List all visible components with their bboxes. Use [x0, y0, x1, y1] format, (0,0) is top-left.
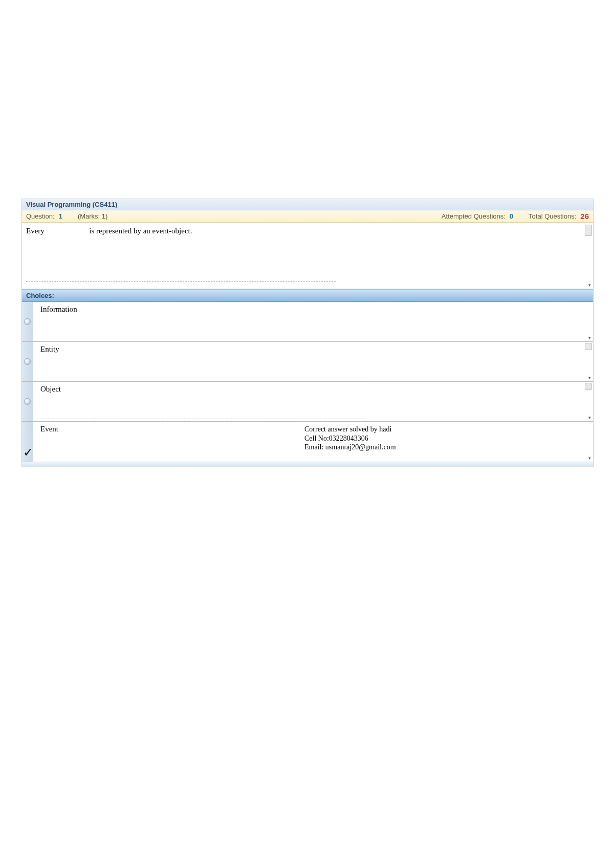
bottom-bar	[22, 462, 593, 467]
attempted-label: Attempted Questions:	[442, 212, 506, 220]
choices-header-label: Choices:	[26, 292, 54, 299]
choice-label: Information	[40, 305, 589, 314]
scroll-down-icon[interactable]: ▾	[587, 375, 592, 380]
scroll-down-icon[interactable]: ▾	[587, 415, 592, 420]
scroll-down-icon[interactable]: ▾	[587, 283, 592, 288]
scrollbar-thumb[interactable]	[585, 343, 592, 350]
attempted-value: 0	[510, 212, 513, 220]
answer-credit: Correct answer solved by hadi	[304, 425, 396, 434]
radio-icon[interactable]	[24, 398, 31, 405]
info-bar: Question: 1 (Marks: 1) Attempted Questio…	[22, 210, 593, 223]
choice-label: Entity	[40, 345, 589, 354]
choice-row[interactable]: Information ▾	[22, 302, 593, 342]
radio-column[interactable]: ✓	[22, 422, 33, 462]
question-text: Every is represented by an event-object.	[26, 227, 589, 235]
radio-column[interactable]	[22, 302, 33, 341]
quiz-window: Visual Programming (CS411) Question: 1 (…	[21, 199, 594, 467]
choice-row[interactable]: Object ▾	[22, 382, 593, 422]
course-title: Visual Programming (CS411)	[26, 201, 117, 208]
choice-body: Entity ▾	[33, 342, 593, 381]
choices-header: Choices:	[22, 289, 593, 302]
divider-dashed	[40, 379, 365, 379]
scroll-down-icon[interactable]: ▾	[587, 455, 592, 461]
choice-body: Event Correct answer solved by hadi Cell…	[33, 422, 593, 462]
choice-label: Object	[40, 385, 589, 394]
choice-body: Information ▾	[33, 302, 593, 341]
total-value: 26	[580, 212, 589, 221]
question-label: Question:	[26, 212, 55, 220]
question-panel: Every is represented by an event-object.…	[22, 223, 593, 289]
scroll-down-icon[interactable]: ▾	[587, 335, 592, 340]
divider-dashed	[40, 419, 365, 419]
choice-body: Object ▾	[33, 382, 593, 421]
radio-icon[interactable]	[24, 358, 31, 365]
scrollbar-thumb[interactable]	[585, 383, 592, 390]
marks-label: (Marks: 1)	[78, 212, 108, 220]
question-suffix: is represented by an event-object.	[89, 227, 192, 235]
answer-phone: Cell No:03228043306	[304, 434, 396, 443]
radio-column[interactable]	[22, 382, 33, 421]
title-bar: Visual Programming (CS411)	[22, 199, 593, 210]
total-label: Total Questions:	[529, 212, 576, 220]
answer-email: Email: usmanraj20@gmail.com	[304, 443, 396, 452]
scrollbar-thumb[interactable]	[585, 225, 592, 236]
divider-dashed	[26, 281, 336, 282]
question-number: 1	[59, 212, 62, 220]
choice-row[interactable]: ✓ Event Correct answer solved by hadi Ce…	[22, 422, 593, 462]
answer-info: Correct answer solved by hadi Cell No:03…	[304, 425, 396, 452]
checkmark-icon: ✓	[23, 445, 33, 460]
radio-icon[interactable]	[24, 318, 31, 325]
choice-row[interactable]: Entity ▾	[22, 342, 593, 382]
radio-column[interactable]	[22, 342, 33, 381]
question-prefix: Every	[26, 227, 45, 235]
